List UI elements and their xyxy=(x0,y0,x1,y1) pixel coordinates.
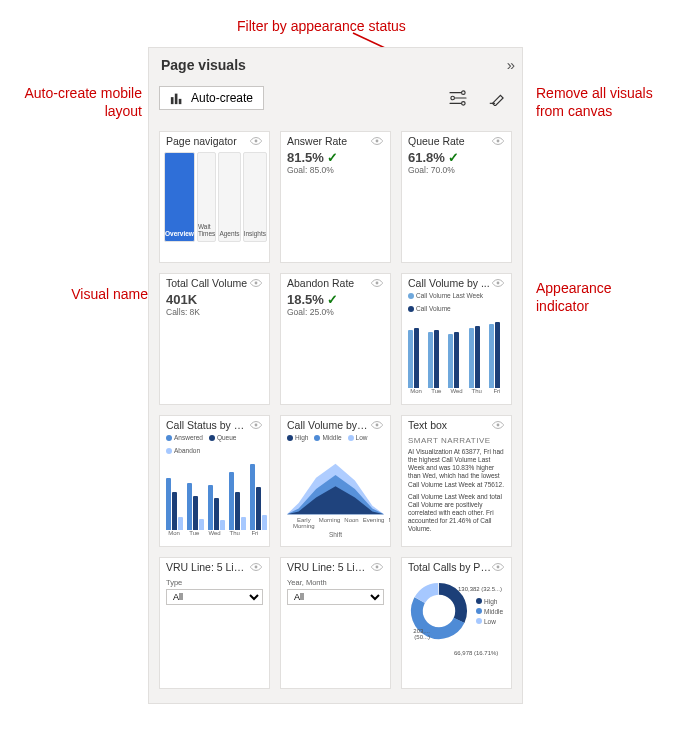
svg-point-8 xyxy=(451,96,455,100)
callout-auto-create: Auto-create mobile layout xyxy=(12,85,142,120)
appearance-eye-icon xyxy=(491,136,505,146)
eraser-icon[interactable] xyxy=(480,83,512,113)
svg-point-16 xyxy=(497,282,500,285)
appearance-eye-icon xyxy=(370,562,384,572)
auto-create-button[interactable]: Auto-create xyxy=(159,86,264,110)
card-queue-rate[interactable]: Queue Rate 61.8% ✓ Goal: 70.0% xyxy=(401,131,512,263)
appearance-eye-icon xyxy=(491,562,505,572)
svg-point-21 xyxy=(376,566,379,569)
pn-tab: Overview xyxy=(164,152,195,242)
card-answer-rate[interactable]: Answer Rate 81.5% ✓ Goal: 85.0% xyxy=(280,131,391,263)
auto-create-icon xyxy=(170,91,184,105)
svg-point-11 xyxy=(255,140,258,143)
pn-tab: Insights xyxy=(243,152,267,242)
panel-title: Page visuals xyxy=(161,57,246,73)
card-abandon-rate[interactable]: Abandon Rate 18.5% ✓ Goal: 25.0% xyxy=(280,273,391,405)
page-visuals-panel: Page visuals » Auto-create xyxy=(148,47,523,704)
svg-point-12 xyxy=(376,140,379,143)
callout-eraser: Remove all visuals from canvas xyxy=(536,85,681,120)
svg-point-22 xyxy=(497,566,500,569)
slicer-select[interactable]: All xyxy=(287,589,384,605)
callout-appearance: Appearance indicator xyxy=(536,280,656,315)
card-vru-line-2[interactable]: VRU Line: 5 Line... Year, Month All xyxy=(280,557,391,689)
svg-rect-4 xyxy=(179,99,182,104)
smart-narrative-text: SMART NARRATIVE AI Visualization At 6387… xyxy=(402,432,511,537)
appearance-eye-icon xyxy=(249,562,263,572)
appearance-eye-icon xyxy=(370,420,384,430)
svg-point-6 xyxy=(462,91,466,95)
mini-area-chart: Early MorningMorningNoonEveningNight Shi… xyxy=(281,443,390,535)
callout-visual-name: Visual name xyxy=(28,286,148,304)
page-navigator-tabs: Overview Wait Times Agents Insights Tren… xyxy=(160,148,269,246)
svg-rect-3 xyxy=(175,94,178,105)
svg-point-14 xyxy=(255,282,258,285)
slicer-select[interactable]: All xyxy=(166,589,263,605)
pn-tab: Trends xyxy=(269,152,270,242)
panel-header: Page visuals » xyxy=(149,48,522,77)
stage: Auto-create mobile layout Filter by appe… xyxy=(0,0,688,735)
card-total-calls-by-priority[interactable]: Total Calls by Pri... High Middle Low 13… xyxy=(401,557,512,689)
appearance-eye-icon xyxy=(491,278,505,288)
visuals-grid: Page navigator Overview Wait Times Agent… xyxy=(149,125,522,703)
pn-tab: Agents xyxy=(218,152,240,242)
svg-point-10 xyxy=(462,102,466,106)
appearance-eye-icon xyxy=(249,278,263,288)
card-call-volume-by-shift[interactable]: Call Volume by S... High Middle Low Earl… xyxy=(280,415,391,547)
appearance-eye-icon xyxy=(249,420,263,430)
svg-rect-2 xyxy=(171,97,174,104)
appearance-eye-icon xyxy=(249,136,263,146)
svg-point-20 xyxy=(255,566,258,569)
appearance-eye-icon xyxy=(491,420,505,430)
filter-icon[interactable] xyxy=(442,83,474,113)
panel-toolbar: Auto-create xyxy=(149,77,522,125)
mini-bar-chart xyxy=(402,314,511,388)
svg-point-18 xyxy=(376,424,379,427)
card-page-navigator[interactable]: Page navigator Overview Wait Times Agent… xyxy=(159,131,270,263)
collapse-icon[interactable]: » xyxy=(507,56,512,73)
svg-point-13 xyxy=(497,140,500,143)
svg-point-15 xyxy=(376,282,379,285)
svg-point-17 xyxy=(255,424,258,427)
card-total-call-volume[interactable]: Total Call Volume 401K Calls: 8K xyxy=(159,273,270,405)
appearance-eye-icon xyxy=(370,278,384,288)
card-text-box[interactable]: Text box SMART NARRATIVE AI Visualizatio… xyxy=(401,415,512,547)
appearance-eye-icon xyxy=(370,136,384,146)
card-call-status-by-weekday[interactable]: Call Status by W... Answered Queue Aband… xyxy=(159,415,270,547)
callout-filter: Filter by appearance status xyxy=(237,18,406,36)
svg-point-19 xyxy=(497,424,500,427)
card-vru-line-1[interactable]: VRU Line: 5 Line... Type All xyxy=(159,557,270,689)
pn-tab: Wait Times xyxy=(197,152,216,242)
mini-bar-chart xyxy=(160,456,269,530)
card-call-volume-by-weekday[interactable]: Call Volume by ... Call Volume Last Week… xyxy=(401,273,512,405)
